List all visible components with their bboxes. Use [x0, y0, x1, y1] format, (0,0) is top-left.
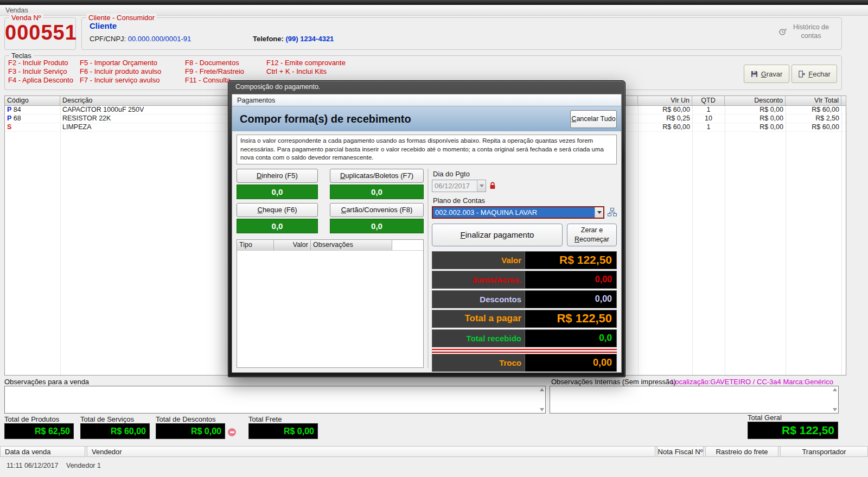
item-qty: 1 [692, 106, 725, 114]
check-button[interactable]: Cheque (F6) [237, 203, 318, 217]
col-header-blank [841, 96, 846, 105]
shortcut-f2: F2 - Incluir Produto [8, 59, 73, 67]
troco-value: 0,00 [525, 354, 617, 372]
tab-pagamentos[interactable]: Pagamentos [237, 97, 275, 104]
total-discounts-label: Total de Descontos [156, 415, 216, 423]
shortcut-f8: F8 - Documentos [185, 59, 244, 67]
item-unit-price: R$ 60,00 [638, 106, 692, 114]
item-type-flag: S [7, 123, 11, 131]
total-a-pagar-label: Total a pagar [432, 310, 525, 328]
minus-circle-icon [228, 428, 236, 436]
col-tipo[interactable]: Tipo [237, 240, 274, 250]
cancel-all-label: Cancelar Tudo [571, 115, 615, 123]
sale-notes-label: Observações para a venda [4, 378, 89, 386]
scroll-down-icon[interactable] [833, 408, 837, 411]
duplicates-amount: 0,0 [330, 185, 424, 199]
pay-day-value: 06/12/2017 [432, 182, 477, 190]
col-header-discount[interactable]: Desconto [725, 96, 786, 105]
col-valor[interactable]: Valor [274, 240, 311, 250]
duplicates-button-label: Duplicatas/Boletos (F7) [340, 171, 413, 180]
payment-summary-panel: Dia do Pgto 06/12/2017 Plano de Contas [432, 169, 617, 368]
panel-splitter[interactable] [426, 169, 430, 368]
check-button-label: Cheque (F6) [258, 206, 297, 214]
client-cpf-row: CPF/CNPJ: 00.000.000/0001-91 [90, 35, 191, 43]
col-header-unit[interactable]: Vlr Un [638, 96, 692, 105]
cash-button[interactable]: Dinheiro (F5) [237, 169, 318, 183]
method-duplicates: Duplicatas/Boletos (F7) 0,0 [330, 169, 424, 199]
table-gridline [638, 106, 639, 375]
item-type-flag: P [7, 106, 11, 113]
item-discount: R$ 0,00 [725, 106, 786, 114]
scroll-up-icon[interactable] [833, 388, 837, 391]
reset-label-line1: Zerar e [581, 226, 603, 234]
scroll-up-icon[interactable] [540, 388, 544, 391]
col-header-code[interactable]: Código [5, 96, 60, 105]
reset-restart-button[interactable]: Zerar e Recomeçar [567, 224, 617, 246]
account-history-button[interactable]: Histórico de contas [778, 23, 833, 40]
internal-notes-input[interactable] [550, 386, 839, 414]
payment-dialog-header: Compor forma(s) de recebimento Cancelar … [232, 106, 621, 131]
summary-row-troco: Troco 0,00 [432, 354, 617, 372]
payment-methods-panel: Dinheiro (F5) 0,0 Duplicatas/Boletos (F7… [237, 169, 424, 368]
save-icon [751, 71, 758, 78]
summary-row-descontos: Descontos 0,00 [432, 290, 617, 308]
total-grand-label: Total Geral [748, 414, 782, 422]
pay-day-select[interactable]: 06/12/2017 [432, 180, 486, 192]
client-group: Cliente - Consumidor Cliente CPF/CNPJ: 0… [81, 17, 842, 50]
summary-row-total-a-pagar: Total a pagar R$ 122,50 [432, 310, 617, 328]
item-code: 84 [14, 106, 21, 113]
item-total: R$ 2,50 [786, 115, 841, 123]
cancel-all-button[interactable]: Cancelar Tudo [570, 110, 617, 128]
scroll-down-icon[interactable] [540, 408, 544, 411]
lock-icon [489, 182, 496, 189]
client-group-label: Cliente - Consumidor [86, 14, 157, 22]
history-icon [778, 28, 787, 36]
account-plan-select[interactable]: 002.002.003 - MAQUINA LAVAR [432, 206, 604, 219]
reset-label-line2: Recomeçar [575, 235, 609, 244]
client-name: Cliente [90, 21, 117, 30]
troco-separator [432, 349, 617, 353]
payments-tabstrip: Pagamentos [232, 94, 621, 106]
cpf-value: 00.000.000/0001-91 [128, 35, 191, 43]
dropdown-arrow-icon[interactable] [477, 180, 486, 192]
payment-header-title: Compor forma(s) de recebimento [240, 113, 570, 125]
account-tree-icon[interactable] [608, 208, 617, 217]
total-products-value: R$ 62,50 [4, 423, 74, 439]
account-plan-value: 002.002.003 - MAQUINA LAVAR [433, 208, 595, 217]
shortcut-f3: F3 - Incluir Serviço [8, 67, 73, 76]
account-plan-label: Plano de Contas [433, 196, 617, 205]
payment-dialog-content: Pagamentos Compor forma(s) de recebiment… [232, 94, 622, 373]
save-button-label: Gravar [761, 70, 783, 78]
col-header-qty[interactable]: QTD [692, 96, 725, 105]
status-seller-header: Vendedor [87, 446, 655, 457]
sale-notes-input[interactable] [4, 386, 546, 414]
phone-value: (99) 1234-4321 [285, 35, 334, 43]
status-carrier-header: Transportador [780, 446, 868, 457]
vendas-window: Vendas Venda Nº 000551 Cliente - Consumi… [0, 0, 868, 477]
payment-dialog: Composição do pagamento. Pagamentos Comp… [228, 80, 626, 377]
dropdown-arrow-icon[interactable] [595, 207, 603, 218]
finish-payment-button[interactable]: Finalizar pagamento [432, 224, 563, 246]
duplicates-button[interactable]: Duplicatas/Boletos (F7) [330, 169, 424, 183]
total-grand-value: R$ 122,50 [748, 422, 838, 439]
valor-label: Valor [432, 251, 525, 269]
card-button[interactable]: Cartão/Convenios (F8) [330, 203, 424, 217]
account-history-label: Histórico de contas [789, 23, 833, 40]
shortcut-f6: F6 - Incluir produto avulso [80, 67, 161, 76]
item-unit-price: R$ 60,00 [638, 123, 692, 131]
total-a-pagar-value: R$ 122,50 [525, 310, 617, 328]
col-observacoes[interactable]: Observações [311, 240, 392, 250]
seller-value: Vendedor 1 [66, 462, 101, 469]
shortcut-f12: F12 - Emite comprovante [266, 59, 346, 67]
close-button[interactable]: Fechar [792, 65, 837, 83]
payment-instructions: Insira o valor correspondente a cada pag… [237, 135, 617, 164]
table-gridline [692, 106, 693, 375]
total-freight-value: R$ 0,00 [248, 423, 318, 439]
phone-label: Telefone: [253, 35, 284, 43]
shortcut-f4: F4 - Aplica Desconto [8, 76, 73, 85]
item-type-flag: P [7, 115, 11, 122]
card-button-label: Cartão/Convenios (F8) [341, 206, 413, 214]
col-header-total[interactable]: Vlr Total [786, 96, 841, 105]
received-payments-list[interactable]: Tipo Valor Observações [237, 239, 424, 368]
save-button[interactable]: Gravar [744, 65, 789, 83]
